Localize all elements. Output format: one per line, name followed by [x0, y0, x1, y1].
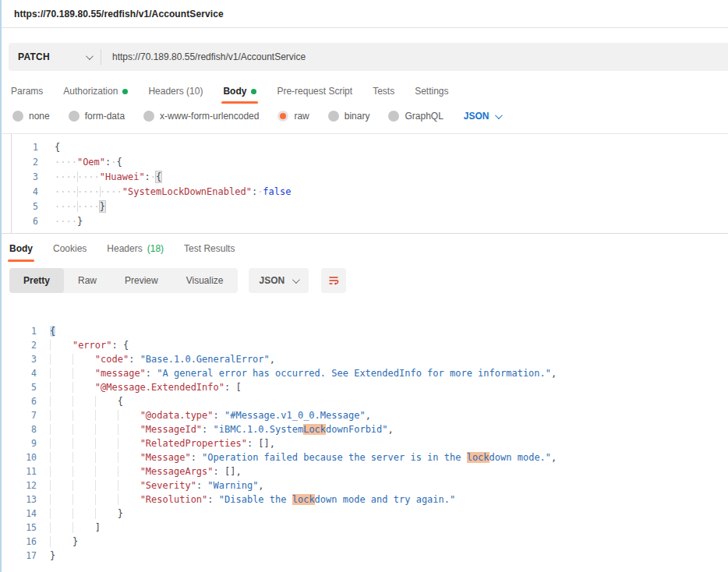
- radio-label: form-data: [85, 111, 125, 122]
- view-raw[interactable]: Raw: [64, 268, 111, 293]
- response-format-dropdown[interactable]: JSON: [249, 268, 309, 293]
- request-tab-title: https://70.189.80.55/redfish/v1/AccountS…: [14, 9, 224, 19]
- code-line: 3 "code": "Base.1.0.GeneralError",: [2, 352, 728, 366]
- response-tab-body[interactable]: Body: [9, 235, 33, 262]
- request-tab-pre-request-script[interactable]: Pre-request Script: [277, 79, 352, 104]
- code-text: "error": {: [37, 338, 129, 352]
- radio-icon: [69, 111, 80, 122]
- code-text: "MessageId": "iBMC.1.0.SystemLockdownFor…: [37, 422, 394, 436]
- wrap-lines-button[interactable]: [321, 268, 346, 293]
- line-number: 6: [2, 394, 37, 408]
- code-text: ]: [37, 521, 101, 535]
- line-number: 12: [2, 478, 37, 493]
- view-preview[interactable]: Preview: [111, 268, 172, 293]
- status-dot-icon: [122, 89, 128, 94]
- view-pretty[interactable]: Pretty: [9, 268, 64, 293]
- code-text: "message": "A general error has occurred…: [37, 366, 557, 380]
- radio-label: raw: [294, 111, 309, 122]
- line-number: 14: [2, 507, 37, 521]
- code-text: ····"Oem":·{: [38, 155, 122, 170]
- code-text: "code": "Base.1.0.GeneralError",: [37, 352, 275, 366]
- chevron-down-icon: [494, 111, 502, 119]
- body-type-x-www-form-urlencoded[interactable]: x-www-form-urlencoded: [143, 111, 259, 122]
- request-tab-params[interactable]: Params: [11, 79, 43, 104]
- code-text: ············"SystemLockDownEnabled":·fal…: [38, 185, 291, 199]
- code-line: 4 "message": "A general error has occurr…: [2, 366, 728, 380]
- line-number: 16: [2, 535, 37, 549]
- method-dropdown[interactable]: PATCH: [9, 51, 101, 62]
- code-text: {: [37, 324, 55, 338]
- code-text: ········}: [38, 199, 105, 214]
- body-type-none[interactable]: none: [12, 111, 50, 122]
- request-tab-tests[interactable]: Tests: [373, 79, 394, 104]
- response-body-editor[interactable]: 1{2 "error": {3 "code": "Base.1.0.Genera…: [2, 324, 728, 563]
- radio-label: binary: [345, 111, 370, 122]
- pane-divider: [2, 233, 728, 234]
- body-type-binary[interactable]: binary: [328, 111, 370, 122]
- tab-label: Settings: [415, 86, 448, 97]
- line-number: 3: [12, 170, 38, 185]
- code-line: 3········"Huawei":·{: [12, 170, 728, 185]
- body-format-dropdown[interactable]: JSON: [464, 111, 500, 122]
- code-text: "MessageArgs": [],: [37, 464, 242, 478]
- chevron-down-icon: [86, 52, 94, 60]
- line-number: 9: [2, 436, 37, 450]
- request-tab-header[interactable]: https://70.189.80.55/redfish/v1/AccountS…: [2, 0, 728, 28]
- request-tab-authorization[interactable]: Authorization: [63, 79, 128, 104]
- code-text: "Message": "Operation failed because the…: [37, 450, 557, 464]
- request-tab-headers-10[interactable]: Headers (10): [148, 79, 203, 104]
- line-number: 1: [12, 140, 38, 155]
- code-line: 1{: [2, 324, 728, 338]
- tab-label: Headers (10): [148, 86, 203, 97]
- tab-label: Body: [223, 86, 246, 97]
- response-tabs: BodyCookiesHeaders(18)Test Results: [2, 235, 728, 262]
- code-line: 6 {: [2, 394, 728, 408]
- line-number: 2: [2, 338, 37, 352]
- request-url-row: PATCH https://70.189.80.55/redfish/v1/Ac…: [2, 28, 728, 79]
- code-line: 10 "Message": "Operation failed because …: [2, 450, 728, 464]
- tab-label: Params: [11, 86, 43, 97]
- tab-label: Body: [9, 243, 33, 254]
- response-view-switcher: PrettyRawPreviewVisualize: [9, 268, 238, 293]
- method-label: PATCH: [18, 51, 50, 62]
- body-type-raw[interactable]: raw: [277, 111, 309, 122]
- request-tab-settings[interactable]: Settings: [415, 79, 448, 104]
- url-input[interactable]: https://70.189.80.55/redfish/v1/AccountS…: [101, 51, 306, 62]
- code-line: 8 "MessageId": "iBMC.1.0.SystemLockdownF…: [2, 422, 728, 436]
- line-number: 1: [2, 324, 37, 338]
- request-body-editor[interactable]: 1{2····"Oem":·{3········"Huawei":·{4····…: [11, 134, 728, 233]
- code-text: {: [38, 140, 60, 155]
- body-type-graphql[interactable]: GraphQL: [388, 111, 443, 122]
- response-format-label: JSON: [260, 275, 285, 286]
- radio-icon: [277, 111, 288, 122]
- body-type-form-data[interactable]: form-data: [69, 111, 125, 122]
- line-number: 4: [2, 366, 37, 380]
- code-text: }: [37, 549, 55, 563]
- line-number: 8: [2, 422, 37, 436]
- response-tab-cookies[interactable]: Cookies: [53, 235, 87, 262]
- line-number: 17: [2, 549, 37, 563]
- request-tab-body[interactable]: Body: [223, 79, 256, 104]
- line-number: 15: [2, 521, 37, 535]
- view-visualize[interactable]: Visualize: [172, 268, 238, 293]
- code-line: 17}: [2, 549, 728, 563]
- body-type-radios: noneform-datax-www-form-urlencodedrawbin…: [12, 111, 444, 122]
- code-line: 5········}: [12, 199, 728, 214]
- radio-icon: [388, 111, 399, 122]
- radio-label: x-www-form-urlencoded: [160, 111, 259, 122]
- response-tab-test-results[interactable]: Test Results: [184, 235, 235, 262]
- radio-icon: [12, 111, 23, 122]
- body-type-row: noneform-datax-www-form-urlencodedrawbin…: [2, 104, 728, 133]
- request-url-bar: PATCH https://70.189.80.55/redfish/v1/Ac…: [9, 43, 728, 71]
- line-number: 2: [12, 155, 38, 170]
- tab-label: Cookies: [53, 243, 87, 254]
- response-tab-headers[interactable]: Headers(18): [107, 235, 164, 262]
- code-text: "Severity": "Warning",: [37, 478, 264, 493]
- code-line: 9 "RelatedProperties": [],: [2, 436, 728, 450]
- line-number: 13: [2, 493, 37, 507]
- tab-label: Authorization: [63, 86, 118, 97]
- code-line: 2····"Oem":·{: [12, 155, 728, 170]
- line-number: 5: [12, 199, 38, 214]
- line-number: 11: [2, 464, 37, 478]
- code-text: "RelatedProperties": [],: [37, 436, 275, 450]
